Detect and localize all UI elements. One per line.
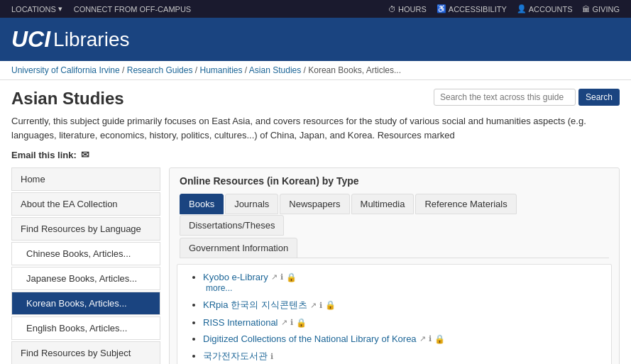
accessibility-link[interactable]: ♿ ACCESSIBILITY xyxy=(437,4,507,13)
resource-row-digitized: Digitized Collections of the National Li… xyxy=(203,333,597,344)
lock-icon-krpia: 🔒 xyxy=(325,300,336,310)
content-box: Online Resources (in Korean) by Type Boo… xyxy=(169,167,620,364)
locations-arrow: ▾ xyxy=(58,4,62,13)
tab-journals[interactable]: Journals xyxy=(225,194,278,214)
list-item: 국가전자도서관 ℹ xyxy=(203,350,597,363)
off-campus-label: CONNECT FROM OFF-CAMPUS xyxy=(74,5,191,13)
tab-reference[interactable]: Reference Materials xyxy=(415,194,516,214)
email-label: Email this link: xyxy=(11,150,77,160)
breadcrumb-asian-studies[interactable]: Asian Studies xyxy=(249,65,301,75)
info-icon-koreanlibrary[interactable]: ℹ xyxy=(270,352,273,361)
accounts-label: ACCOUNTS xyxy=(529,5,573,13)
kyobo-more[interactable]: more... xyxy=(206,283,232,293)
tab-dissertations[interactable]: Dissertations/Theses xyxy=(180,215,284,236)
tabs-row-2: Government Information xyxy=(170,235,619,258)
tab-newspapers[interactable]: Newspapers xyxy=(280,194,349,214)
search-area: Search xyxy=(434,89,620,106)
main-layout: Home About the EA Collection Find Resour… xyxy=(0,167,631,364)
sidebar-label-english: English Books, Articles... xyxy=(26,323,127,333)
tabs-row-1: Books Journals Newspapers Multimedia Ref… xyxy=(170,194,619,235)
breadcrumb: University of California Irvine / Resear… xyxy=(0,61,631,80)
page-title: Asian Studies xyxy=(11,89,124,109)
sidebar-label-about-ea: About the EA Collection xyxy=(21,199,118,209)
locations-menu[interactable]: LOCATIONS ▾ xyxy=(11,4,62,13)
page-description: Currently, this subject guide primarily … xyxy=(0,111,631,148)
resource-row-krpia: KRpia 한국의 지식콘텐츠 ↗ ℹ 🔒 xyxy=(203,299,597,311)
lock-icon-kyobo: 🔒 xyxy=(286,272,297,282)
tab-books[interactable]: Books xyxy=(180,194,224,214)
sidebar: Home About the EA Collection Find Resour… xyxy=(11,167,160,364)
locations-label: LOCATIONS xyxy=(11,5,56,13)
sidebar-item-japanese[interactable]: Japanese Books, Articles... xyxy=(11,267,160,290)
resource-row-kyobo: Kyobo e-Library ↗ ℹ 🔒 xyxy=(203,272,597,282)
breadcrumb-uci[interactable]: University of California Irvine xyxy=(11,65,120,75)
email-link-area: Email this link: ✉ xyxy=(0,148,631,167)
sidebar-item-korean[interactable]: Korean Books, Articles... xyxy=(11,292,160,315)
lock-icon-riss: 🔒 xyxy=(296,318,307,328)
breadcrumb-humanities[interactable]: Humanities xyxy=(199,65,242,75)
digitized-link[interactable]: Digitized Collections of the National Li… xyxy=(203,333,417,344)
envelope-icon[interactable]: ✉ xyxy=(81,149,89,160)
sidebar-item-chinese[interactable]: Chinese Books, Articles... xyxy=(11,242,160,265)
logo-uci[interactable]: UCI xyxy=(11,26,50,53)
external-icon-krpia: ↗ xyxy=(310,301,317,310)
resource-row-riss: RISS International ↗ ℹ 🔒 xyxy=(203,317,597,328)
gift-icon: 🏛 xyxy=(582,5,590,13)
logo-libraries[interactable]: Libraries xyxy=(53,28,129,51)
sidebar-item-about-ea[interactable]: About the EA Collection xyxy=(11,192,160,216)
external-icon-kyobo: ↗ xyxy=(271,272,278,282)
riss-link[interactable]: RISS International xyxy=(203,317,278,328)
list-item: Kyobo e-Library ↗ ℹ 🔒 more... xyxy=(203,272,597,293)
list-item: KRpia 한국의 지식콘텐츠 ↗ ℹ 🔒 xyxy=(203,299,597,311)
list-item: RISS International ↗ ℹ 🔒 xyxy=(203,317,597,328)
sidebar-item-english[interactable]: English Books, Articles... xyxy=(11,316,160,340)
breadcrumb-research-guides[interactable]: Research Guides xyxy=(127,65,193,75)
sidebar-label-find-subject: Find Resources by Subject xyxy=(21,348,131,358)
resource-list: Kyobo e-Library ↗ ℹ 🔒 more... KRpia 한국의 … xyxy=(177,264,612,364)
top-bar: LOCATIONS ▾ CONNECT FROM OFF-CAMPUS ⏱ HO… xyxy=(0,0,631,18)
info-icon-digitized[interactable]: ℹ xyxy=(429,334,432,343)
content-area: Online Resources (in Korean) by Type Boo… xyxy=(169,167,620,364)
list-item: Digitized Collections of the National Li… xyxy=(203,333,597,344)
tab-multimedia[interactable]: Multimedia xyxy=(351,194,415,214)
kyobo-link[interactable]: Kyobo e-Library xyxy=(203,272,268,282)
breadcrumb-current: Korean Books, Articles... xyxy=(308,65,401,75)
info-icon-kyobo[interactable]: ℹ xyxy=(280,272,283,282)
giving-link[interactable]: 🏛 GIVING xyxy=(582,4,620,13)
lock-icon-digitized: 🔒 xyxy=(434,334,445,344)
resource-items: Kyobo e-Library ↗ ℹ 🔒 more... KRpia 한국의 … xyxy=(192,272,597,364)
off-campus-link[interactable]: CONNECT FROM OFF-CAMPUS xyxy=(74,4,191,13)
sidebar-label-korean: Korean Books, Articles... xyxy=(26,298,127,309)
search-input[interactable] xyxy=(434,89,576,106)
sidebar-item-find-language[interactable]: Find Resources by Language xyxy=(11,217,160,241)
sidebar-label-japanese: Japanese Books, Articles... xyxy=(26,273,137,284)
external-icon-digitized: ↗ xyxy=(419,334,426,343)
accessibility-label: ACCESSIBILITY xyxy=(449,5,507,13)
accounts-link[interactable]: 👤 ACCOUNTS xyxy=(517,4,573,13)
krpia-link[interactable]: KRpia 한국의 지식콘텐츠 xyxy=(203,299,307,311)
hours-label: HOURS xyxy=(398,5,427,13)
koreanlibrary-link[interactable]: 국가전자도서관 xyxy=(203,350,268,363)
sidebar-label-chinese: Chinese Books, Articles... xyxy=(26,248,131,259)
content-box-title: Online Resources (in Korean) by Type xyxy=(170,168,619,194)
sidebar-label-home: Home xyxy=(21,174,45,184)
resource-row-koreanlibrary: 국가전자도서관 ℹ xyxy=(203,350,597,363)
site-header: UCI Libraries xyxy=(0,18,631,61)
clock-icon: ⏱ xyxy=(388,5,396,13)
external-icon-riss: ↗ xyxy=(281,318,287,327)
accessibility-icon: ♿ xyxy=(437,4,446,13)
giving-label: GIVING xyxy=(592,5,620,13)
page-header: Asian Studies Search xyxy=(0,80,631,111)
sidebar-item-find-subject[interactable]: Find Resources by Subject xyxy=(11,341,160,364)
sidebar-item-home[interactable]: Home xyxy=(11,167,160,191)
hours-link[interactable]: ⏱ HOURS xyxy=(388,4,427,13)
search-button[interactable]: Search xyxy=(578,89,620,106)
tab-government[interactable]: Government Information xyxy=(180,238,297,258)
info-icon-riss[interactable]: ℹ xyxy=(290,318,293,327)
sidebar-label-find-language: Find Resources by Language xyxy=(21,224,141,234)
info-icon-krpia[interactable]: ℹ xyxy=(319,301,322,310)
user-icon: 👤 xyxy=(517,4,527,13)
